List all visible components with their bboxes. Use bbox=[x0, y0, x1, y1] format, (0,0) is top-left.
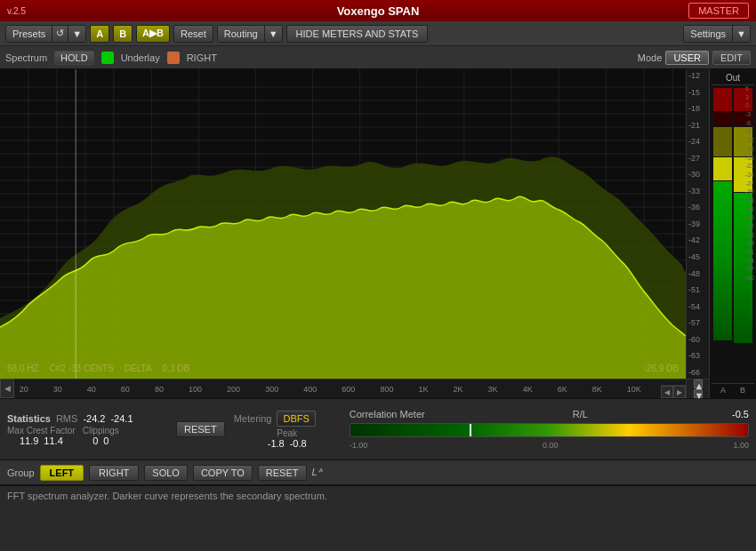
correlation-meter-bar bbox=[350, 423, 749, 437]
toolbar: Presets ↺ ▼ A B A▶B Reset Routing ▼ HIDE… bbox=[0, 21, 756, 46]
nav-left-arrow[interactable]: ◀ bbox=[661, 386, 673, 398]
info-overlay: 68.0 HZ C#2 -33 CENTS DELTA 0.3 DB bbox=[7, 363, 189, 373]
clippings-l: 0 bbox=[92, 435, 98, 446]
group-bar: Group LEFT RIGHT SOLO COPY TO RESET Lᴬ bbox=[0, 460, 756, 485]
corr-scale: -1.00 0.00 1.00 bbox=[350, 441, 749, 450]
rl-value: -0.5 bbox=[732, 409, 749, 419]
max-crest-l: 11.9 bbox=[20, 435, 38, 446]
spectrum-label: Spectrum bbox=[5, 52, 47, 63]
spectrum-bar: Spectrum HOLD Underlay RIGHT Mode USER E… bbox=[0, 46, 756, 69]
settings-button[interactable]: Settings bbox=[684, 25, 733, 43]
vu-label: Out bbox=[712, 71, 754, 85]
settings-dropdown[interactable]: ▼ bbox=[733, 25, 750, 43]
hold-button[interactable]: HOLD bbox=[54, 51, 94, 65]
stats-panel: Statistics RMS -24.2 -24.1 Max Crest Fac… bbox=[0, 398, 756, 460]
main-area: 68.0 HZ C#2 -33 CENTS DELTA 0.3 DB -26.9… bbox=[0, 69, 756, 398]
note-value: C#2 -33 CENTS bbox=[50, 363, 114, 373]
nav-arrows: ◀ ▶ bbox=[661, 385, 686, 398]
status-text: FFT spectrum analyzer. Darker curve repr… bbox=[7, 491, 327, 501]
underlay-label: Underlay bbox=[121, 52, 160, 63]
rms-r-value: -24.1 bbox=[110, 413, 133, 424]
vu-a-label: A bbox=[720, 386, 726, 395]
nav-right-arrow[interactable]: ▶ bbox=[673, 386, 686, 398]
spectrum-canvas-container bbox=[0, 69, 686, 379]
stats-reset-button[interactable]: RESET bbox=[176, 421, 225, 437]
mode-edit-button[interactable]: EDIT bbox=[712, 51, 751, 65]
presets-button[interactable]: Presets bbox=[6, 25, 52, 43]
metering-label: Metering bbox=[234, 413, 272, 424]
b-button[interactable]: B bbox=[113, 25, 133, 43]
mode-user-button[interactable]: USER bbox=[665, 51, 709, 65]
app-title: Voxengo SPAN bbox=[337, 4, 420, 18]
max-crest-r: 11.4 bbox=[44, 435, 62, 446]
routing-button[interactable]: Routing bbox=[218, 25, 265, 43]
ab-button[interactable]: A▶B bbox=[136, 25, 170, 43]
vu-meter: Out bbox=[710, 69, 756, 398]
corr-min: -1.00 bbox=[350, 441, 368, 450]
master-button[interactable]: MASTER bbox=[688, 3, 749, 19]
group-label: Group bbox=[7, 467, 35, 478]
clippings-label: Clippings bbox=[83, 426, 119, 435]
stats-title: Statistics bbox=[7, 413, 51, 424]
db-scrollbar[interactable]: ▲ ▼ bbox=[686, 379, 709, 398]
a-button[interactable]: A bbox=[90, 25, 109, 43]
freq-value: 68.0 HZ bbox=[7, 363, 39, 373]
rms-l-value: -24.2 bbox=[83, 413, 105, 424]
vu-b-label: B bbox=[740, 386, 745, 395]
db-scale: -12 -15 -18 -21 -24 -27 -30 -33 -36 -39 … bbox=[686, 69, 709, 379]
green-indicator bbox=[101, 52, 114, 64]
clippings-r: 0 bbox=[103, 435, 109, 446]
delta-label: DELTA bbox=[125, 363, 152, 373]
correlation-label: Correlation Meter bbox=[350, 409, 425, 419]
rms-label: RMS bbox=[56, 413, 77, 424]
solo-button[interactable]: SOLO bbox=[144, 465, 188, 481]
freq-labels: 20 30 40 60 80 100 200 300 400 600 800 1… bbox=[18, 385, 682, 394]
mode-section: Mode USER EDIT bbox=[638, 51, 751, 65]
peak-value: -26.9 DB bbox=[644, 363, 679, 373]
peak-r: -0.8 bbox=[290, 438, 307, 449]
max-crest-label: Max Crest Factor bbox=[7, 426, 76, 435]
status-bar: FFT spectrum analyzer. Darker curve repr… bbox=[0, 485, 756, 505]
spectrum-display[interactable]: 68.0 HZ C#2 -33 CENTS DELTA 0.3 DB -26.9… bbox=[0, 69, 710, 398]
dbfs-button[interactable]: DBFS bbox=[277, 411, 315, 427]
delta-value: 0.3 DB bbox=[163, 363, 190, 373]
freq-axis: 20 30 40 60 80 100 200 300 400 600 800 1… bbox=[0, 379, 686, 398]
mode-label: Mode bbox=[638, 52, 663, 63]
hide-meters-button[interactable]: HIDE METERS AND STATS bbox=[286, 25, 429, 43]
orange-indicator bbox=[167, 52, 180, 64]
version-label: v.2.5 bbox=[7, 6, 26, 16]
group-left-button[interactable]: LEFT bbox=[40, 465, 84, 481]
group-right-button[interactable]: RIGHT bbox=[89, 465, 139, 481]
right-label: RIGHT bbox=[187, 52, 217, 63]
undo-button[interactable]: ↺ bbox=[52, 25, 68, 43]
corr-zero: 0.00 bbox=[543, 441, 559, 450]
peak-label: Peak bbox=[277, 428, 297, 438]
scroll-left-button[interactable]: ◀ bbox=[0, 379, 14, 398]
title-bar: v.2.5 Voxengo SPAN MASTER bbox=[0, 0, 756, 21]
group-reset-button[interactable]: RESET bbox=[258, 465, 307, 481]
peak-overlay: -26.9 DB bbox=[644, 363, 679, 373]
dropdown-button[interactable]: ▼ bbox=[68, 25, 85, 43]
correlation-section: Correlation Meter R/L -0.5 -1.00 0.00 1.… bbox=[350, 409, 749, 450]
copy-to-button[interactable]: COPY TO bbox=[193, 465, 253, 481]
la-indicator: Lᴬ bbox=[312, 467, 322, 478]
spectrum-svg bbox=[0, 69, 686, 379]
peak-l: -1.8 bbox=[268, 438, 285, 449]
routing-dropdown[interactable]: ▼ bbox=[265, 25, 282, 43]
reset-button[interactable]: Reset bbox=[173, 25, 213, 43]
rl-label: R/L bbox=[573, 409, 588, 419]
correlation-indicator bbox=[470, 424, 471, 436]
correlation-header: Correlation Meter R/L -0.5 bbox=[350, 409, 749, 419]
corr-max: 1.00 bbox=[733, 441, 749, 450]
